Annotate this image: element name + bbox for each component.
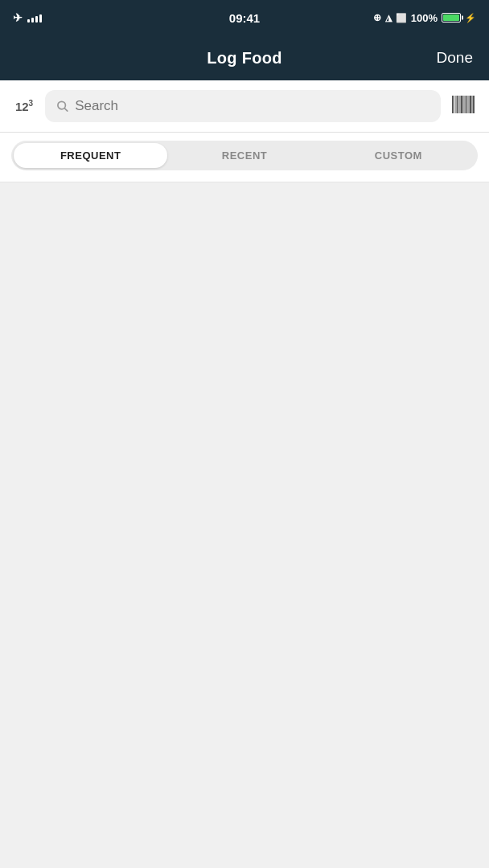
signal-bar-1 — [27, 19, 30, 23]
status-left: ✈ — [13, 11, 42, 24]
status-time: 09:41 — [229, 11, 260, 25]
svg-rect-7 — [464, 96, 465, 113]
tab-custom[interactable]: CUSTOM — [322, 143, 475, 168]
screen-icon: ⬜ — [396, 13, 407, 23]
status-bar: ✈ 09:41 ⊕ ◮ ⬜ 100% ⚡ — [0, 0, 489, 35]
battery-percent: 100% — [411, 12, 438, 24]
airplane-icon: ✈ — [13, 11, 23, 24]
search-input-wrapper — [45, 90, 441, 122]
search-area: 123 — [0, 80, 489, 133]
tabs-container: FREQUENT RECENT CUSTOM — [0, 133, 489, 182]
search-icon — [56, 100, 68, 113]
battery-icon — [442, 13, 461, 23]
svg-line-1 — [64, 108, 67, 111]
svg-rect-2 — [452, 96, 454, 113]
main-content — [0, 182, 489, 868]
keyboard-toggle-button[interactable]: 123 — [11, 100, 37, 113]
signal-bars — [27, 13, 42, 23]
tab-recent[interactable]: RECENT — [167, 143, 321, 168]
signal-bar-3 — [35, 16, 38, 23]
nav-title: Log Food — [207, 49, 281, 68]
tab-frequent[interactable]: FREQUENT — [14, 143, 167, 168]
keyboard-toggle-label: 123 — [15, 100, 33, 113]
gps-icon: ◮ — [385, 13, 392, 23]
battery-fill — [443, 14, 459, 21]
nav-bar: Log Food Done — [0, 35, 489, 80]
barcode-button[interactable] — [449, 92, 478, 120]
svg-rect-9 — [468, 96, 469, 113]
battery-container — [442, 13, 461, 23]
done-button[interactable]: Done — [437, 49, 473, 67]
svg-rect-6 — [461, 96, 463, 113]
location-icon: ⊕ — [373, 12, 381, 23]
search-input[interactable] — [75, 98, 429, 114]
svg-rect-3 — [455, 96, 456, 113]
svg-rect-10 — [470, 96, 472, 113]
barcode-icon — [452, 96, 475, 113]
svg-rect-8 — [466, 96, 467, 113]
svg-rect-4 — [457, 96, 458, 113]
tabs: FREQUENT RECENT CUSTOM — [11, 141, 478, 170]
signal-bar-2 — [31, 18, 34, 23]
charge-icon: ⚡ — [465, 13, 476, 23]
svg-rect-5 — [459, 96, 460, 113]
status-right: ⊕ ◮ ⬜ 100% ⚡ — [373, 12, 476, 24]
signal-bar-4 — [39, 14, 42, 23]
svg-rect-11 — [473, 96, 475, 113]
